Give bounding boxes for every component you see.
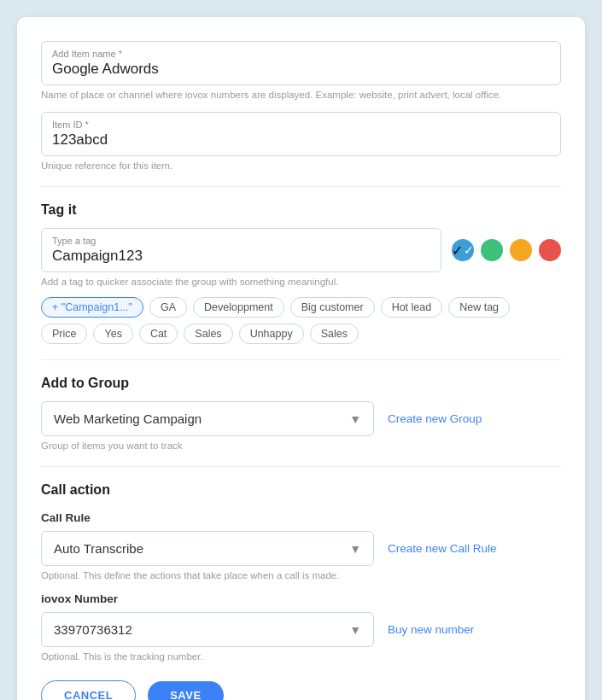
tag-chip[interactable]: Price <box>41 324 87 344</box>
group-section: Add to Group Web Marketing Campaign ▼ Cr… <box>41 376 561 451</box>
tag-chip[interactable]: Hot lead <box>381 297 443 318</box>
item-id-value: 123abcd <box>52 131 108 148</box>
call-rule-hint: Optional. This define the actions that t… <box>41 570 561 580</box>
main-card: Add Item name * Google Adwords Name of p… <box>17 17 585 700</box>
tag-chip[interactable]: Developpment <box>193 297 284 318</box>
call-rule-select-row: Auto Transcribe ▼ Create new Call Rule <box>41 531 561 566</box>
color-dot-green[interactable] <box>481 239 503 261</box>
tag-input-wrapper[interactable]: Type a tag Campaign123 <box>41 228 441 272</box>
tag-input-value: Campaign123 <box>52 248 143 264</box>
group-select-value: Web Marketing Campaign <box>54 411 202 426</box>
tag-chip[interactable]: + "Campaign1..." <box>41 297 143 318</box>
divider-1 <box>41 186 561 187</box>
item-id-field: Item ID * 123abcd Unique reference for t… <box>41 112 561 171</box>
tags-list: + "Campaign1..."GADeveloppmentBig custom… <box>41 297 561 344</box>
group-select-row: Web Marketing Campaign ▼ Create new Grou… <box>41 401 561 436</box>
item-name-input-wrapper[interactable]: Add Item name * Google Adwords <box>41 41 561 85</box>
iovox-number-value: 33970736312 <box>54 622 132 637</box>
iovox-number-select-row: 33970736312 ▼ Buy new number <box>41 612 561 647</box>
iovox-number-select[interactable]: 33970736312 ▼ <box>41 612 374 647</box>
call-rule-label: Call Rule <box>41 511 561 524</box>
item-name-field: Add Item name * Google Adwords Name of p… <box>41 41 561 100</box>
chevron-down-icon-3: ▼ <box>349 623 361 637</box>
tag-chip[interactable]: Sales <box>184 324 232 344</box>
tag-chip[interactable]: GA <box>149 297 187 318</box>
tag-input-label: Type a tag <box>52 236 430 246</box>
color-dots: ✓ <box>452 239 561 261</box>
tag-chip[interactable]: Big customer <box>290 297 375 318</box>
tag-section: Tag it Type a tag Campaign123 ✓ Add a ta… <box>41 202 561 344</box>
chevron-down-icon-2: ▼ <box>349 542 361 556</box>
item-name-hint: Name of place or channel where iovox num… <box>41 90 561 100</box>
create-group-link[interactable]: Create new Group <box>388 412 482 425</box>
tag-chip[interactable]: New tag <box>448 297 510 318</box>
call-rule-value: Auto Transcribe <box>54 541 143 556</box>
color-dot-red[interactable] <box>539 239 561 261</box>
color-dot-orange[interactable] <box>510 239 532 261</box>
tag-chip[interactable]: Sales <box>310 324 359 344</box>
divider-2 <box>41 359 561 360</box>
save-button[interactable]: SAVE <box>148 681 223 700</box>
item-name-label: Add Item name * <box>52 49 550 59</box>
tag-hint: Add a tag to quicker associate the group… <box>41 277 561 287</box>
call-rule-group: Call Rule Auto Transcribe ▼ Create new C… <box>41 511 561 580</box>
iovox-number-hint: Optional. This is the tracking number. <box>41 651 561 662</box>
item-id-hint: Unique reference for this item. <box>41 160 561 171</box>
divider-3 <box>41 466 561 467</box>
tag-chip[interactable]: Cat <box>139 324 178 344</box>
item-id-input-wrapper[interactable]: Item ID * 123abcd <box>41 112 561 156</box>
buy-number-link[interactable]: Buy new number <box>388 623 474 636</box>
tag-chip[interactable]: Yes <box>93 324 132 344</box>
chevron-down-icon: ▼ <box>349 412 361 426</box>
bottom-bar: CANCEL SAVE <box>41 680 561 700</box>
group-select[interactable]: Web Marketing Campaign ▼ <box>41 401 374 436</box>
item-id-label: Item ID * <box>52 120 550 130</box>
iovox-number-label: iovox Number <box>41 592 561 605</box>
call-rule-select[interactable]: Auto Transcribe ▼ <box>41 531 374 566</box>
create-call-rule-link[interactable]: Create new Call Rule <box>388 542 497 555</box>
tag-input-row: Type a tag Campaign123 ✓ <box>41 228 561 272</box>
call-action-section: Call action Call Rule Auto Transcribe ▼ … <box>41 482 561 662</box>
group-hint: Group of items you want to track <box>41 440 561 451</box>
color-dot-blue[interactable]: ✓ <box>452 239 474 261</box>
call-action-title: Call action <box>41 482 561 498</box>
group-section-title: Add to Group <box>41 376 561 391</box>
tag-section-title: Tag it <box>41 202 561 218</box>
item-name-value: Google Adwords <box>52 61 159 77</box>
cancel-button[interactable]: CANCEL <box>41 680 136 700</box>
iovox-number-group: iovox Number 33970736312 ▼ Buy new numbe… <box>41 592 561 662</box>
tag-chip[interactable]: Unhappy <box>239 324 304 344</box>
